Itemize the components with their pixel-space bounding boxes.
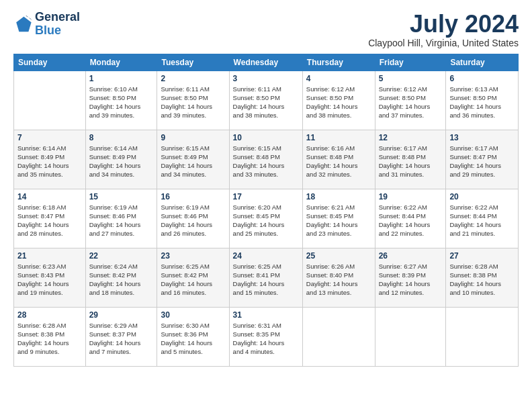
day-info: Sunrise: 6:22 AM Sunset: 8:44 PM Dayligh… bbox=[379, 203, 443, 238]
day-info: Sunrise: 6:31 AM Sunset: 8:35 PM Dayligh… bbox=[233, 321, 299, 357]
day-info: Sunrise: 6:21 AM Sunset: 8:45 PM Dayligh… bbox=[306, 203, 371, 238]
day-number: 13 bbox=[449, 133, 515, 142]
day-cell: 23Sunrise: 6:25 AM Sunset: 8:42 PM Dayli… bbox=[157, 248, 229, 307]
day-number: 21 bbox=[17, 251, 82, 261]
day-cell: 4Sunrise: 6:12 AM Sunset: 8:50 PM Daylig… bbox=[302, 71, 375, 130]
day-info: Sunrise: 6:25 AM Sunset: 8:41 PM Dayligh… bbox=[233, 262, 299, 298]
day-cell: 22Sunrise: 6:24 AM Sunset: 8:42 PM Dayli… bbox=[85, 248, 157, 307]
day-number: 10 bbox=[233, 133, 299, 142]
day-info: Sunrise: 6:28 AM Sunset: 8:38 PM Dayligh… bbox=[17, 321, 82, 357]
day-cell: 26Sunrise: 6:27 AM Sunset: 8:39 PM Dayli… bbox=[375, 248, 446, 307]
day-number: 1 bbox=[89, 74, 154, 83]
day-info: Sunrise: 6:19 AM Sunset: 8:46 PM Dayligh… bbox=[161, 203, 225, 238]
weekday-tuesday: Tuesday bbox=[157, 54, 229, 71]
day-info: Sunrise: 6:25 AM Sunset: 8:42 PM Dayligh… bbox=[161, 262, 225, 298]
day-info: Sunrise: 6:12 AM Sunset: 8:50 PM Dayligh… bbox=[306, 85, 371, 120]
logo-text: General Blue bbox=[35, 11, 80, 38]
location: Claypool Hill, Virginia, United States bbox=[368, 38, 519, 48]
day-cell: 25Sunrise: 6:26 AM Sunset: 8:40 PM Dayli… bbox=[302, 248, 375, 307]
day-cell: 12Sunrise: 6:17 AM Sunset: 8:48 PM Dayli… bbox=[375, 130, 446, 189]
day-info: Sunrise: 6:18 AM Sunset: 8:47 PM Dayligh… bbox=[17, 203, 82, 238]
weekday-monday: Monday bbox=[85, 54, 157, 71]
day-cell: 8Sunrise: 6:14 AM Sunset: 8:49 PM Daylig… bbox=[85, 130, 157, 189]
day-number: 12 bbox=[379, 133, 443, 142]
week-row-5: 28Sunrise: 6:28 AM Sunset: 8:38 PM Dayli… bbox=[14, 307, 519, 366]
day-number: 31 bbox=[233, 310, 299, 320]
day-cell: 9Sunrise: 6:15 AM Sunset: 8:49 PM Daylig… bbox=[157, 130, 229, 189]
day-info: Sunrise: 6:11 AM Sunset: 8:50 PM Dayligh… bbox=[161, 85, 225, 120]
week-row-1: 1Sunrise: 6:10 AM Sunset: 8:50 PM Daylig… bbox=[14, 71, 519, 130]
day-cell: 18Sunrise: 6:21 AM Sunset: 8:45 PM Dayli… bbox=[302, 189, 375, 248]
day-number: 26 bbox=[379, 251, 443, 261]
day-info: Sunrise: 6:17 AM Sunset: 8:48 PM Dayligh… bbox=[379, 144, 443, 179]
day-cell: 11Sunrise: 6:16 AM Sunset: 8:48 PM Dayli… bbox=[302, 130, 375, 189]
day-number: 24 bbox=[233, 251, 299, 261]
day-info: Sunrise: 6:11 AM Sunset: 8:50 PM Dayligh… bbox=[233, 85, 299, 120]
page: General Blue July 2024 Claypool Hill, Vi… bbox=[0, 0, 532, 411]
week-row-2: 7Sunrise: 6:14 AM Sunset: 8:49 PM Daylig… bbox=[14, 130, 519, 189]
calendar-table: SundayMondayTuesdayWednesdayThursdayFrid… bbox=[13, 54, 519, 367]
day-number: 16 bbox=[161, 192, 225, 201]
day-number: 20 bbox=[449, 192, 515, 201]
month-title: July 2024 bbox=[368, 11, 519, 38]
day-info: Sunrise: 6:23 AM Sunset: 8:43 PM Dayligh… bbox=[17, 262, 82, 298]
day-cell: 17Sunrise: 6:20 AM Sunset: 8:45 PM Dayli… bbox=[229, 189, 302, 248]
day-info: Sunrise: 6:30 AM Sunset: 8:36 PM Dayligh… bbox=[161, 321, 225, 357]
weekday-thursday: Thursday bbox=[302, 54, 375, 71]
day-cell bbox=[375, 307, 446, 366]
day-info: Sunrise: 6:17 AM Sunset: 8:47 PM Dayligh… bbox=[449, 144, 515, 179]
day-number: 27 bbox=[449, 251, 515, 261]
day-cell: 29Sunrise: 6:29 AM Sunset: 8:37 PM Dayli… bbox=[85, 307, 157, 366]
day-number: 30 bbox=[161, 310, 225, 320]
title-block: July 2024 Claypool Hill, Virginia, Unite… bbox=[368, 11, 519, 48]
day-info: Sunrise: 6:13 AM Sunset: 8:50 PM Dayligh… bbox=[449, 85, 515, 120]
logo: General Blue bbox=[13, 11, 80, 38]
day-info: Sunrise: 6:26 AM Sunset: 8:40 PM Dayligh… bbox=[306, 262, 371, 298]
day-number: 18 bbox=[306, 192, 371, 201]
day-number: 7 bbox=[17, 133, 82, 142]
week-row-3: 14Sunrise: 6:18 AM Sunset: 8:47 PM Dayli… bbox=[14, 189, 519, 248]
day-cell: 21Sunrise: 6:23 AM Sunset: 8:43 PM Dayli… bbox=[14, 248, 86, 307]
svg-marker-0 bbox=[16, 17, 31, 32]
day-number: 14 bbox=[17, 192, 82, 201]
day-number: 4 bbox=[306, 74, 371, 83]
day-number: 9 bbox=[161, 133, 225, 142]
day-cell: 24Sunrise: 6:25 AM Sunset: 8:41 PM Dayli… bbox=[229, 248, 302, 307]
day-number: 3 bbox=[233, 74, 299, 83]
day-cell: 31Sunrise: 6:31 AM Sunset: 8:35 PM Dayli… bbox=[229, 307, 302, 366]
day-number: 28 bbox=[17, 310, 82, 320]
day-info: Sunrise: 6:16 AM Sunset: 8:48 PM Dayligh… bbox=[306, 144, 371, 179]
day-cell: 16Sunrise: 6:19 AM Sunset: 8:46 PM Dayli… bbox=[157, 189, 229, 248]
day-info: Sunrise: 6:14 AM Sunset: 8:49 PM Dayligh… bbox=[89, 144, 154, 179]
day-cell bbox=[14, 71, 86, 130]
day-info: Sunrise: 6:14 AM Sunset: 8:49 PM Dayligh… bbox=[17, 144, 82, 179]
day-info: Sunrise: 6:12 AM Sunset: 8:50 PM Dayligh… bbox=[379, 85, 443, 120]
day-cell: 15Sunrise: 6:19 AM Sunset: 8:46 PM Dayli… bbox=[85, 189, 157, 248]
day-number: 19 bbox=[379, 192, 443, 201]
day-number: 23 bbox=[161, 251, 225, 261]
logo-icon bbox=[13, 15, 32, 34]
day-number: 29 bbox=[89, 310, 154, 320]
day-number: 17 bbox=[233, 192, 299, 201]
day-number: 22 bbox=[89, 251, 154, 261]
day-cell bbox=[302, 307, 375, 366]
day-cell: 5Sunrise: 6:12 AM Sunset: 8:50 PM Daylig… bbox=[375, 71, 446, 130]
weekday-wednesday: Wednesday bbox=[229, 54, 302, 71]
calendar-body: 1Sunrise: 6:10 AM Sunset: 8:50 PM Daylig… bbox=[14, 71, 519, 366]
day-cell: 14Sunrise: 6:18 AM Sunset: 8:47 PM Dayli… bbox=[14, 189, 86, 248]
header: General Blue July 2024 Claypool Hill, Vi… bbox=[13, 11, 519, 48]
day-info: Sunrise: 6:29 AM Sunset: 8:37 PM Dayligh… bbox=[89, 321, 154, 357]
day-number: 5 bbox=[379, 74, 443, 83]
day-cell: 30Sunrise: 6:30 AM Sunset: 8:36 PM Dayli… bbox=[157, 307, 229, 366]
day-info: Sunrise: 6:15 AM Sunset: 8:49 PM Dayligh… bbox=[161, 144, 225, 179]
weekday-saturday: Saturday bbox=[446, 54, 519, 71]
day-cell: 3Sunrise: 6:11 AM Sunset: 8:50 PM Daylig… bbox=[229, 71, 302, 130]
day-info: Sunrise: 6:28 AM Sunset: 8:38 PM Dayligh… bbox=[449, 262, 515, 298]
day-info: Sunrise: 6:10 AM Sunset: 8:50 PM Dayligh… bbox=[89, 85, 154, 120]
day-cell: 2Sunrise: 6:11 AM Sunset: 8:50 PM Daylig… bbox=[157, 71, 229, 130]
day-number: 25 bbox=[306, 251, 371, 261]
day-number: 11 bbox=[306, 133, 371, 142]
day-info: Sunrise: 6:15 AM Sunset: 8:48 PM Dayligh… bbox=[233, 144, 299, 179]
day-info: Sunrise: 6:20 AM Sunset: 8:45 PM Dayligh… bbox=[233, 203, 299, 238]
day-info: Sunrise: 6:24 AM Sunset: 8:42 PM Dayligh… bbox=[89, 262, 154, 298]
